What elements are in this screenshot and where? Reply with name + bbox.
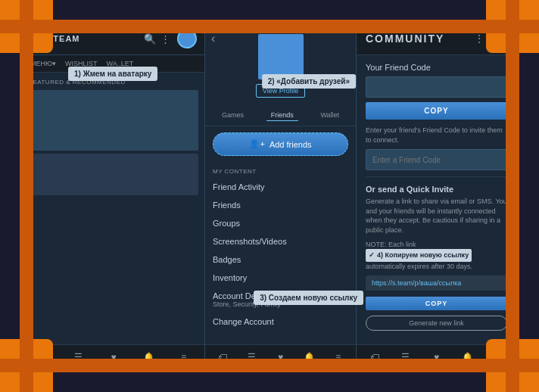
tooltip-1: 1) Жмем на аватарку	[68, 67, 157, 81]
link-url-container: https://s.team/p/ваша/ссылка	[366, 275, 507, 291]
search-icon[interactable]: 🔍	[144, 33, 154, 44]
add-friends-label: Add friends	[270, 140, 312, 149]
tooltip-4: 4) Копируем новую ссылку	[377, 250, 469, 260]
tab-wallet[interactable]: Wallet	[316, 110, 344, 121]
tab-games[interactable]: Games	[217, 110, 248, 121]
quick-invite-desc: Generate a link to share via email or SM…	[366, 197, 507, 235]
quick-invite-section: Or send a Quick Invite Generate a link t…	[366, 185, 507, 331]
tooltip-3: 3) Создаем новую ссылку	[254, 291, 363, 305]
more-icon[interactable]: ⋮	[160, 33, 171, 44]
groups-item[interactable]: Groups	[205, 214, 356, 232]
middle-panel: ‹ View Profile 2) «Добавить друзей» Game…	[204, 23, 356, 369]
friend-code-input[interactable]	[366, 76, 507, 98]
community-content: Your Friend Code COPY Enter your friend'…	[357, 55, 516, 344]
add-friends-icon: 👤+	[249, 139, 264, 149]
featured-section: FEATURED & RECOMMENDED	[23, 73, 204, 344]
profile-avatar	[258, 34, 304, 79]
check-icon: ✓	[369, 250, 375, 260]
change-account-item[interactable]: Change Account	[205, 313, 356, 331]
enter-code-input[interactable]	[366, 149, 507, 170]
friends-item[interactable]: Friends	[205, 196, 356, 214]
copy-link-button[interactable]: COPY	[366, 297, 507, 310]
profile-area: View Profile 2) «Добавить друзей»	[205, 23, 356, 105]
friend-activity-item[interactable]: Friend Activity	[205, 178, 356, 196]
screenshots-item[interactable]: Screenshots/Videos	[205, 232, 356, 250]
inventory-item[interactable]: Inventory	[205, 269, 356, 287]
quick-invite-label: Or send a Quick Invite	[366, 185, 507, 194]
featured-image-1	[29, 90, 198, 151]
invite-description: Enter your friend's Friend Code to invit…	[366, 126, 507, 145]
note-text: NOTE: Each link ✓ 4) Копируем новую ссыл…	[366, 240, 507, 272]
community-menu-icon[interactable]: ⋮	[474, 33, 484, 45]
tab-friends[interactable]: Friends	[266, 110, 298, 121]
main-container: STEAM 🔍 ⋮ МЕНЮ▾ WISHLIST WA..LET 1) Жмем…	[23, 23, 516, 369]
badges-item[interactable]: Badges	[205, 250, 356, 269]
left-content: FEATURED & RECOMMENDED	[23, 73, 204, 344]
profile-tabs: Games Friends Wallet	[205, 105, 356, 126]
back-arrow[interactable]: ‹	[211, 32, 215, 45]
friend-code-label: Your Friend Code	[366, 63, 507, 72]
content-list: Friend Activity Friends Groups Screensho…	[205, 178, 356, 287]
copy-friend-code-button[interactable]: COPY	[366, 102, 507, 120]
tooltip-2: 2) «Добавить друзей»	[262, 74, 356, 89]
my-content-label: MY CONTENT	[205, 162, 356, 178]
right-panel: COMMUNITY ⋮ Your Friend Code COPY Enter …	[356, 23, 516, 369]
featured-image-2	[29, 154, 198, 195]
left-panel: STEAM 🔍 ⋮ МЕНЮ▾ WISHLIST WA..LET 1) Жмем…	[23, 23, 204, 369]
add-friends-button[interactable]: 👤+ Add friends	[213, 132, 348, 156]
community-title: COMMUNITY	[366, 33, 444, 45]
generate-link-button[interactable]: Generate new link	[366, 316, 507, 331]
divider-1	[366, 176, 507, 177]
link-url-text: https://s.team/p/ваша/ссылка	[372, 279, 501, 287]
